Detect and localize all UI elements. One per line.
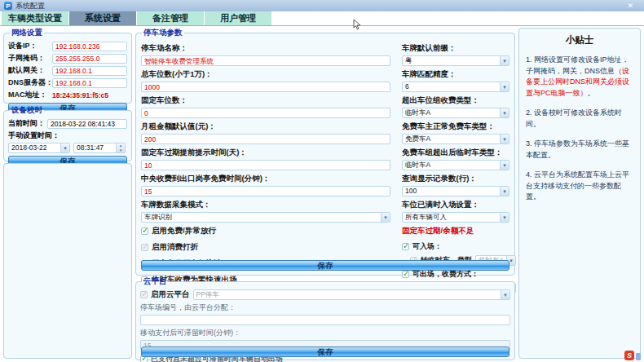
tip-item-3: 3. 停车场参数为车场系统一些基本配置。 (526, 139, 633, 161)
gateway-input[interactable]: 192.168.0.1 (52, 66, 127, 76)
mac-row: MAC地址： 18:24:35:91:f5:c5 (8, 90, 127, 100)
empty-left-panel (3, 163, 132, 359)
fixed-expired-heading: 固定车过期/余额不足 (402, 226, 509, 236)
enable-discount-checkbox[interactable]: 启用消费打折 (141, 242, 390, 253)
enable-cloud-row: 启用云平台 PP停车 ▾ (140, 289, 510, 300)
fixed-spaces-label: 固定车位数： (141, 95, 390, 106)
tip-item-2: 2. 设备校时可修改设备系统时间。 (526, 108, 633, 130)
free-owner-type-value: 免费车A (403, 135, 500, 143)
device-ip-row: 设备IP： 192.168.0.236 (8, 41, 127, 51)
device-ip-input[interactable]: 192.168.0.236 (52, 42, 127, 51)
fixed-spaces-field: 固定车位数： 0 (141, 95, 390, 118)
subnet-mask-row: 子网掩码： 255.255.255.0 (8, 53, 127, 64)
time-spinner-buttons[interactable] (116, 143, 125, 152)
cloud-platform-value: PP停车 (194, 290, 501, 299)
subnet-mask-label: 子网掩码： (8, 53, 52, 64)
close-icon[interactable]: ✕ (627, 2, 633, 10)
can-enter-checkbox[interactable]: 可入场： (402, 241, 509, 252)
cloud-platform-panel: 云平台 启用云平台 PP停车 ▾ 停车场编号，由云平台分配： 移动支付后可滞留时… (135, 276, 515, 360)
expire-notice-days-label: 固定车过期提前提示时间(天)： (141, 148, 390, 158)
enable-cloud-checkbox[interactable] (140, 291, 148, 298)
over-group-charge-type-value: 临时车A (403, 108, 500, 117)
cloud-save-button[interactable]: 保存 (141, 347, 509, 357)
free-group-exceed-type-label: 免费车组超出后临时车类型： (402, 148, 509, 158)
cloud-platform-select[interactable]: PP停车 ▾ (193, 289, 511, 300)
free-group-exceed-type-field: 免费车组超出后临时车类型： 临时车A ▾ (402, 148, 509, 170)
parking-name-field: 停车场名称： 智能停车收费管理系统 (141, 43, 390, 66)
time-spinner[interactable]: 08:31:47 (73, 143, 126, 153)
dns-input[interactable]: 192.168.0.1 (52, 78, 127, 88)
current-time-row: 当前时间： 2018-03-22 08:41:43 (8, 118, 127, 129)
tab-remark-management[interactable]: 备注管理 (137, 11, 205, 25)
enable-free-abnormal-release-checkbox[interactable]: 启用免费/异常放行 (141, 226, 390, 236)
chevron-down-icon[interactable]: ▾ (381, 213, 390, 222)
over-group-charge-type-select[interactable]: 临时车A ▾ (402, 108, 509, 118)
chevron-down-icon[interactable]: ▾ (500, 213, 509, 222)
chevron-down-icon[interactable]: ▾ (500, 135, 509, 143)
fixed-spaces-input[interactable]: 0 (141, 108, 390, 118)
total-spaces-input[interactable]: 1000 (141, 82, 390, 92)
chevron-down-icon[interactable]: ▾ (500, 161, 509, 170)
tips-content: 小贴士 1. 网络设置可修改设备IP地址，子网掩码，网关，DNS信息（设备要上公… (523, 31, 636, 214)
checkbox-checked-icon[interactable] (402, 243, 409, 250)
over-group-charge-type-field: 超出车位组收费类型： 临时车A ▾ (402, 95, 509, 118)
chevron-down-icon[interactable]: ▾ (501, 290, 509, 299)
parking-name-label: 停车场名称： (141, 43, 390, 54)
chevron-down-icon[interactable]: ▾ (500, 82, 509, 91)
query-rows-select[interactable]: 100 ▾ (402, 186, 509, 196)
lot-id-input[interactable] (140, 315, 510, 325)
over-group-charge-type-label: 超出车位组收费类型： (402, 95, 509, 106)
lot-full-entry-field: 车位已满时入场设置： 所有车辆可入 ▾ (402, 200, 509, 223)
date-select[interactable]: 2018-03-22 ▾ (8, 143, 70, 153)
plate-prefix-select[interactable]: 粤 ▾ (402, 55, 509, 66)
checkbox-checked-icon[interactable] (141, 227, 148, 235)
checkbox-disabled-icon[interactable] (141, 244, 148, 251)
watermark-blue-icon (636, 353, 641, 360)
plate-precision-select[interactable]: 6 ▾ (402, 82, 509, 92)
free-owner-type-select[interactable]: 免费车A ▾ (402, 134, 509, 144)
parking-params-title: 停车场参数 (142, 28, 184, 38)
tips-title: 小贴士 (526, 34, 633, 46)
plate-capture-mode-select[interactable]: 车牌识别 ▾ (141, 212, 390, 223)
subnet-mask-input[interactable]: 255.255.255.0 (52, 54, 127, 64)
tab-vehicle-type-settings[interactable]: 车辆类型设置 (2, 11, 69, 25)
parking-left-column: 停车场名称： 智能停车收费管理系统 总车位数(小于1万)： 1000 固定车位数… (141, 43, 390, 291)
expire-notice-days-field: 固定车过期提前提示时间(天)： 10 (141, 148, 390, 170)
central-pay-free-minutes-field: 中央收费到出口岗亭免费时间(分钟)： 15 (141, 174, 390, 196)
central-pay-free-minutes-input[interactable]: 15 (141, 186, 390, 196)
current-time-value: 2018-03-22 08:41:43 (47, 119, 127, 129)
current-time-label: 当前时间： (8, 118, 45, 129)
total-spaces-field: 总车位数(小于1万)： 1000 (141, 69, 390, 92)
mac-label: MAC地址： (8, 90, 52, 100)
network-settings-panel: 网络设置 设备IP： 192.168.0.236 子网掩码： 255.255.2… (3, 28, 132, 104)
chevron-down-icon[interactable]: ▾ (60, 143, 69, 152)
plate-prefix-field: 车牌默认前缀： 粤 ▾ (402, 43, 509, 66)
spinner-down-icon[interactable] (117, 148, 125, 153)
time-sync-title: 设备校时 (10, 105, 44, 116)
plate-precision-field: 车牌匹配精度： 6 ▾ (402, 69, 509, 92)
chevron-down-icon[interactable]: ▾ (500, 108, 509, 117)
chevron-down-icon[interactable]: ▾ (500, 56, 509, 65)
chevron-down-icon[interactable]: ▾ (500, 187, 509, 196)
content-area: 网络设置 设备IP： 192.168.0.236 子网掩码： 255.255.2… (0, 25, 644, 362)
lot-id-label: 停车场编号，由云平台分配： (140, 302, 510, 313)
tip-tail: 。 (588, 89, 595, 97)
free-group-exceed-type-value: 临时车A (403, 161, 500, 170)
parking-save-button[interactable]: 保存 (141, 260, 509, 271)
monthly-rent-input[interactable]: 200 (141, 134, 390, 144)
app-logo-icon: P (4, 2, 12, 10)
total-spaces-label: 总车位数(小于1万)： (141, 69, 390, 80)
monthly-rent-label: 月租金额默认值(元)： (141, 121, 390, 132)
watermark-logo: S (624, 351, 641, 360)
parking-name-input[interactable]: 智能停车收费管理系统 (141, 55, 390, 66)
tip-item-4: 4. 云平台为系统配置车场上云平台支持移动支付的一些参数配置。 (526, 170, 633, 203)
tab-system-settings[interactable]: 系统设置 (69, 11, 137, 25)
stay-time-label: 移动支付后可滞留时间(分钟)： (140, 328, 510, 338)
expire-notice-days-input[interactable]: 10 (141, 160, 390, 170)
tab-user-management[interactable]: 用户管理 (205, 11, 272, 25)
free-group-exceed-type-select[interactable]: 临时车A ▾ (402, 160, 509, 170)
lot-full-entry-select[interactable]: 所有车辆可入 ▾ (402, 212, 509, 223)
mouse-cursor (353, 19, 361, 30)
date-select-value: 2018-03-22 (9, 143, 60, 152)
time-spinner-value: 08:31:47 (74, 143, 116, 152)
